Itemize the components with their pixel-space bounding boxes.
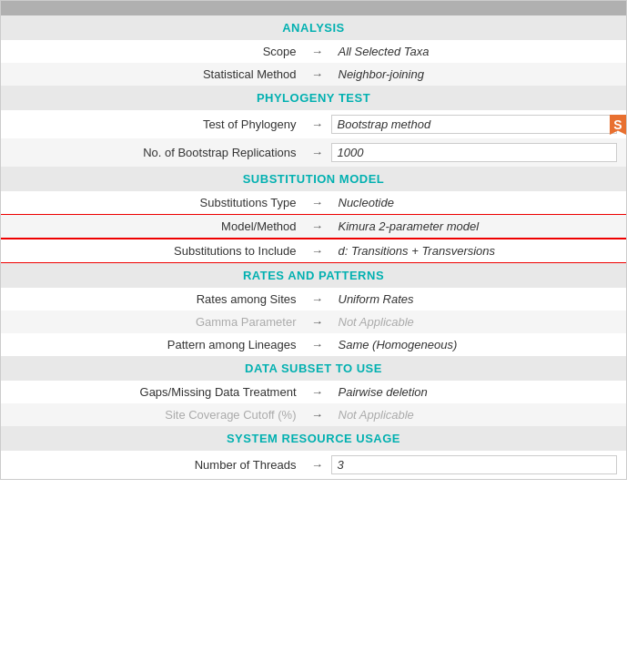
section-header: PHYLOGENY TEST — [1, 86, 626, 110]
setting-wrapper: d: Transitions + Transversions — [331, 244, 627, 258]
setting-cell: Neighbor-joining — [331, 67, 627, 81]
arrow-icon: → — [304, 146, 331, 159]
arrow-icon: → — [304, 117, 331, 131]
setting-wrapper: Uniform Rates — [331, 292, 627, 306]
option-cell: Statistical Method — [1, 67, 304, 81]
setting-cell: Same (Homogeneous) — [331, 338, 627, 351]
arrow-icon: → — [304, 385, 331, 399]
option-cell: Test of Phylogeny — [1, 117, 304, 131]
arrow-icon: → — [304, 292, 331, 306]
arrow-icon: → — [304, 458, 331, 472]
setting-cell: All Selected Taxa — [331, 45, 627, 58]
option-cell: Scope — [1, 45, 304, 58]
section-header: DATA SUBSET TO USE — [1, 356, 626, 381]
arrow-icon: → — [304, 338, 331, 351]
setting-cell: Pairwise deletion — [331, 385, 627, 399]
table-row: Gaps/Missing Data Treatment→Pairwise del… — [1, 381, 626, 403]
setting-wrapper: 1000 — [331, 143, 627, 162]
setting-cell: d: Transitions + Transversions — [331, 244, 627, 258]
table-row: Rates among Sites→Uniform Rates — [1, 288, 626, 311]
table-row: No. of Bootstrap Replications→1000 — [1, 138, 626, 167]
option-cell: Model/Method — [1, 219, 304, 233]
table-row: Statistical Method→Neighbor-joining — [1, 63, 626, 86]
arrow-icon: → — [304, 67, 331, 81]
option-cell: No. of Bootstrap Replications — [1, 146, 304, 159]
option-cell: Site Coverage Cutoff (%) — [1, 408, 304, 422]
setting-wrapper: 3 — [331, 455, 627, 474]
option-cell: Rates among Sites — [1, 292, 304, 306]
arrow-icon: → — [304, 45, 331, 58]
arrow-icon: → — [304, 408, 331, 422]
setting-cell: Not Applicable — [331, 408, 627, 422]
table-row: Test of Phylogeny→Bootstrap methodS — [1, 110, 626, 138]
orange-badge: S — [610, 115, 626, 135]
section-header: SYSTEM RESOURCE USAGE — [1, 426, 626, 451]
arrow-icon: → — [304, 315, 331, 329]
setting-wrapper: Not Applicable — [331, 315, 627, 329]
setting-wrapper: Pairwise deletion — [331, 385, 627, 399]
setting-cell: Nucleotide — [331, 196, 627, 209]
section-header: RATES AND PATTERNS — [1, 263, 626, 288]
option-cell: Substitutions Type — [1, 196, 304, 209]
section-header: ANALYSIS — [1, 15, 626, 40]
setting-wrapper: Bootstrap methodS — [331, 115, 627, 134]
setting-wrapper: Neighbor-joining — [331, 67, 627, 81]
setting-wrapper: Not Applicable — [331, 408, 627, 422]
setting-cell: Bootstrap method — [331, 115, 618, 134]
setting-wrapper: Same (Homogeneous) — [331, 338, 627, 351]
setting-cell: 3 — [331, 455, 618, 474]
table-header — [1, 1, 626, 15]
section-header: SUBSTITUTION MODEL — [1, 167, 626, 191]
setting-wrapper: Kimura 2-parameter model — [331, 219, 627, 233]
table-row: Model/Method→Kimura 2-parameter model — [1, 214, 626, 239]
table-row: Site Coverage Cutoff (%)→Not Applicable — [1, 403, 626, 426]
option-cell: Gaps/Missing Data Treatment — [1, 385, 304, 399]
option-cell: Gamma Parameter — [1, 315, 304, 329]
setting-cell: Uniform Rates — [331, 292, 627, 306]
table-row: Number of Threads→3 — [1, 451, 626, 479]
table-row: Gamma Parameter→Not Applicable — [1, 311, 626, 333]
arrow-icon: → — [304, 244, 331, 258]
setting-wrapper: All Selected Taxa — [331, 45, 627, 58]
option-cell: Pattern among Lineages — [1, 338, 304, 351]
settings-table: ANALYSISScope→All Selected TaxaStatistic… — [0, 0, 627, 480]
option-cell: Number of Threads — [1, 458, 304, 472]
table-body: ANALYSISScope→All Selected TaxaStatistic… — [1, 15, 626, 479]
setting-cell: Kimura 2-parameter model — [331, 219, 627, 233]
table-row: Scope→All Selected Taxa — [1, 40, 626, 63]
arrow-icon: → — [304, 196, 331, 209]
setting-cell: Not Applicable — [331, 315, 627, 329]
table-row: Substitutions to Include→d: Transitions … — [1, 239, 626, 263]
option-cell: Substitutions to Include — [1, 244, 304, 258]
arrow-icon: → — [304, 219, 331, 233]
table-row: Pattern among Lineages→Same (Homogeneous… — [1, 333, 626, 356]
table-row: Substitutions Type→Nucleotide — [1, 191, 626, 214]
setting-wrapper: Nucleotide — [331, 196, 627, 209]
setting-cell: 1000 — [331, 143, 618, 162]
